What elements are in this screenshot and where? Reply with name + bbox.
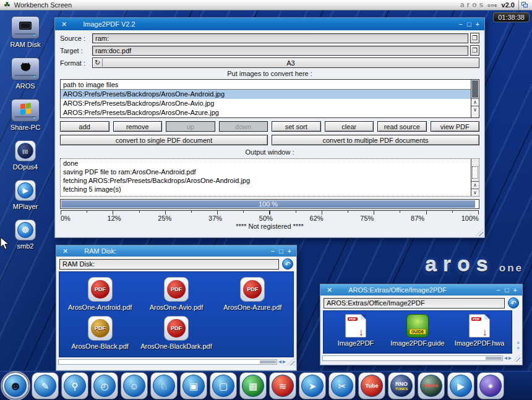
file-row[interactable]: AROS:Prefs/Presets/Backdrops/ArosOne-And…	[61, 90, 471, 99]
user-face-icon[interactable]: ☺	[121, 372, 148, 399]
menubar[interactable]: ☘ Workbench Screen aros one v2.0	[0, 0, 532, 11]
vertical-scroll-chevrons[interactable]: ▴ ▾	[517, 339, 520, 351]
horizontal-scrollbar[interactable]: ◂ ▸	[56, 357, 296, 366]
scroll-right-arrow[interactable]: ▸	[508, 355, 512, 361]
media-player-icon[interactable]: ▶	[447, 372, 474, 399]
pdf-file-icon[interactable]: PDF ArosOne-Azure.pdf	[215, 277, 291, 311]
format-cycle[interactable]: ↻ A3	[92, 57, 479, 68]
window-title: RAM Disk:	[84, 247, 270, 255]
minimize-button[interactable]: −	[270, 247, 274, 255]
pdf-file-icon[interactable]: PDF ArosOne-Android.pdf	[62, 277, 138, 311]
minimize-button[interactable]: −	[496, 286, 500, 294]
scroll-up-arrow[interactable]: ∧	[471, 98, 479, 106]
share-icon[interactable]: ➤	[299, 372, 326, 399]
scrollbar-thumb[interactable]	[260, 360, 276, 364]
maximize-button[interactable]: □	[467, 20, 471, 28]
path-input[interactable]: RAM Disk:	[59, 259, 279, 270]
aros-mascot-icon[interactable]: ☻	[2, 372, 29, 399]
scrollbar-thumb[interactable]	[472, 166, 478, 179]
program-icon[interactable]: GUIDE Image2PDF.guide	[387, 314, 448, 347]
image2pdf-window: ✕ Image2PDF V2.2 − □ + Source : ram: ❐ T…	[54, 17, 485, 238]
pdf-file-icon[interactable]: PDF ArosOne-Avio.pdf	[138, 277, 214, 311]
parent-dir-button[interactable]: ↶	[508, 297, 519, 309]
program-icon[interactable]: PDF ↓ Image2PDF.hwa	[448, 314, 510, 347]
close-button[interactable]: ✕	[60, 247, 71, 255]
zoom-button[interactable]: +	[476, 20, 479, 28]
text-editor-icon[interactable]: ✎	[32, 372, 59, 399]
scrollbar-thumb[interactable]	[486, 357, 502, 360]
toolbar-button[interactable]: down	[219, 121, 268, 132]
desktop-icon[interactable]: ▶ MPlayer	[4, 180, 47, 210]
scroll-down-arrow[interactable]: ∨	[471, 106, 479, 113]
scroll-right-arrow[interactable]: ▸	[283, 359, 286, 365]
pdf-icon: PDF	[88, 316, 113, 341]
zoom-button[interactable]: +	[288, 247, 291, 255]
target-input[interactable]: ram:doc.pdf	[92, 46, 468, 56]
desktop-icon[interactable]: AROS	[4, 57, 47, 90]
drive-icon: ☸	[15, 219, 36, 240]
rno-tunes-icon[interactable]: RNO TUNES	[388, 372, 415, 399]
desktop-icon[interactable]: ☸ smb2	[4, 219, 47, 250]
scroll-left-arrow[interactable]: ◂	[504, 355, 507, 361]
close-button[interactable]: ✕	[59, 20, 69, 28]
file-row[interactable]: AROS:Prefs/Presets/Backdrops/ArosOne-Avi…	[61, 99, 471, 108]
close-button[interactable]: ✕	[324, 286, 335, 294]
path-input[interactable]: AROS:Extras/Office/Image2PDF	[324, 298, 505, 309]
download-arrow-icon: ↓	[483, 327, 488, 338]
desktop-icon[interactable]: Share-PC	[4, 99, 47, 131]
target-file-picker-button[interactable]: ❐	[470, 45, 479, 56]
maximize-button[interactable]: □	[279, 247, 283, 255]
toolbar-button[interactable]: up	[166, 121, 215, 132]
titlebar[interactable]: ✕ Image2PDF V2.2 − □ +	[55, 18, 484, 30]
search-icon[interactable]: ⚲	[61, 372, 88, 399]
resize-handle[interactable]	[287, 358, 294, 365]
maximize-button[interactable]: □	[505, 286, 509, 294]
pdf-file-icon[interactable]: PDF ArosOne-Black.pdf	[62, 316, 138, 350]
horizontal-scrollbar[interactable]: ◂ ▸	[320, 354, 522, 362]
minimize-button[interactable]: −	[458, 20, 462, 28]
resize-handle[interactable]	[513, 354, 520, 362]
chess-icon[interactable]: ♘	[150, 372, 178, 399]
radio-icon[interactable]: Radio	[418, 372, 445, 399]
toolbar-button[interactable]: set sort	[272, 121, 321, 132]
desktop-icon-column: RAM Disk AROS Share-PC ||| DOpus4 ▶	[4, 16, 47, 250]
convert-button[interactable]: convert to single PDF document	[60, 135, 268, 145]
toolbar-button[interactable]: read source	[377, 121, 427, 132]
clock-prefs-icon[interactable]: ◴	[91, 372, 118, 399]
parent-dir-button[interactable]: ↶	[282, 258, 293, 270]
desktop-icon[interactable]: ||| DOpus4	[4, 140, 47, 171]
toolbar-button[interactable]: add	[60, 121, 109, 132]
program-icon[interactable]: PDF ↓ Image2PDF	[325, 314, 387, 347]
toolbar-button[interactable]: remove	[113, 121, 163, 132]
pdf-file-icon[interactable]: PDF ArosOne-BlackDark.pdf	[138, 316, 214, 350]
picture-viewer-icon[interactable]: ▦	[239, 372, 267, 399]
toolbar-button[interactable]: view PDF	[431, 121, 480, 132]
convert-button[interactable]: convert to multiple PDF documents	[272, 135, 479, 145]
source-input[interactable]: ram:	[92, 33, 468, 43]
file-row[interactable]: AROS:Prefs/Presets/Backdrops/ArosOne-Azu…	[61, 108, 471, 117]
titlebar[interactable]: ✕ AROS:Extras/Office/Image2PDF − □ +	[320, 284, 522, 296]
desktop-icon[interactable]: RAM Disk	[4, 16, 47, 48]
scroll-down-chevron[interactable]: ▾	[517, 346, 520, 351]
list-scrollbar[interactable]: ∧ ∨	[471, 80, 479, 117]
progress-label: 100 %	[259, 200, 278, 208]
amicast-icon[interactable]: ≋	[269, 372, 296, 399]
scrollbar-thumb[interactable]	[472, 80, 478, 98]
titlebar[interactable]: ✕ RAM Disk: − □ +	[56, 245, 296, 257]
toolbar-button[interactable]: clear	[325, 121, 374, 132]
screen-depth-gadget[interactable]	[518, 1, 530, 10]
browser-icon[interactable]: ✴	[477, 372, 504, 399]
source-file-picker-button[interactable]: ❐	[470, 33, 479, 43]
monitor-icon[interactable]: ▢	[210, 372, 237, 399]
scissors-icon[interactable]: ✂	[328, 372, 356, 399]
scroll-up-chevron[interactable]: ▴	[517, 339, 520, 345]
output-scrollbar[interactable]: ∧ ∨	[471, 159, 479, 196]
scroll-left-arrow[interactable]: ◂	[278, 359, 281, 365]
zoom-button[interactable]: +	[513, 286, 517, 294]
scroll-down-arrow[interactable]: ∨	[471, 189, 479, 196]
tube-icon[interactable]: Tube	[358, 372, 385, 399]
drive-icon	[11, 99, 40, 122]
scale-label: 75%	[360, 215, 374, 223]
scroll-up-arrow[interactable]: ∧	[471, 181, 479, 189]
network-icon[interactable]: ▣	[180, 372, 207, 399]
